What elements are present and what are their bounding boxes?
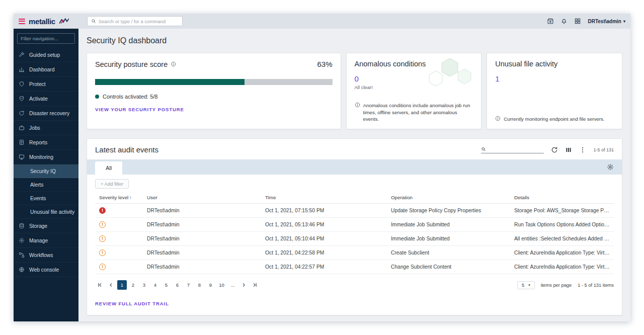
main-content: Security IQ dashboard Security posture s… [78,29,630,321]
sidebar-item-reports[interactable]: Reports [14,135,78,150]
apps-grid-icon[interactable] [574,18,581,25]
first-page-button[interactable] [95,280,105,290]
sidebar-item-manage[interactable]: Manage [14,233,78,248]
sidebar-item-monitoring[interactable]: Monitoring [14,150,78,164]
tab-all[interactable]: All [95,161,122,175]
page-button[interactable]: 5 [162,280,171,290]
table-row[interactable]: DRTest\admin Oct 1, 2021, 04:22:57 PM Ch… [95,260,614,274]
table-search-input[interactable] [488,146,544,152]
pagination: 1 2 3 4 5 6 7 8 9 10 ... [87,274,622,290]
view-security-posture-link[interactable]: VIEW YOUR SECURITY POSTURE [95,107,184,112]
page-button[interactable]: 4 [150,280,160,290]
page-button[interactable]: 1 [117,280,127,290]
logo: metallic [29,17,55,26]
pagination-right: 5 ▾ items per page 1 - 5 of 131 items [517,281,614,289]
gear-icon [19,237,25,243]
recovery-refresh-icon [19,110,25,116]
table-row[interactable]: DRTest\admin Oct 1, 2021, 04:22:58 PM Cr… [95,246,614,260]
info-icon[interactable] [171,61,176,67]
anomalous-card-title: Anomalous conditions [355,60,473,68]
database-icon [19,223,25,229]
sidebar-item-protect[interactable]: Protect [14,77,78,92]
shield-icon [19,81,25,87]
items-per-page-label: items per page [541,283,572,288]
audit-table: Severity level↑ User Time Operation Deta… [95,192,614,274]
sidebar-item-alerts[interactable]: Alerts [14,178,78,192]
chevron-down-icon: ▾ [528,283,530,287]
brand: metallic [19,17,82,26]
chart-icon [19,66,25,72]
columns-icon[interactable] [565,146,572,153]
page-button[interactable]: 7 [184,280,193,290]
kebab-menu-icon[interactable] [579,146,586,153]
column-header-operation[interactable]: Operation [387,192,510,204]
sidebar-item-security-iq[interactable]: Security IQ [14,164,78,178]
last-page-button[interactable] [250,280,260,290]
anomalous-subtitle: All clear! [355,85,473,90]
unusual-card-title: Unusual file activity [495,60,614,68]
monitor-icon [19,154,25,160]
global-search [87,16,183,26]
table-row[interactable]: DRTest\admin Oct 1, 2021, 05:10:44 PM Im… [95,232,614,246]
severity-icon [99,207,106,214]
unusual-info: Currently monitoring endpoint and file s… [495,116,614,122]
notifications-bell-icon[interactable] [560,18,568,25]
sidebar-item-guided-setup[interactable]: Guided setup [14,48,78,62]
report-doc-icon [19,139,25,145]
sidebar-item-dashboard[interactable]: Dashboard [14,62,78,77]
page-ellipsis[interactable]: ... [228,280,237,290]
sidebar-filter-input[interactable] [17,33,75,44]
table-row[interactable]: DRTest\admin Oct 1, 2021, 05:13:46 PM Im… [95,218,614,232]
sidebar-item-unusual-file-activity[interactable]: Unusual file activity [14,205,78,219]
sidebar: Guided setup Dashboard Protect Activate … [14,29,78,321]
page-button[interactable]: 10 [217,280,226,290]
column-header-severity[interactable]: Severity level↑ [95,192,143,204]
menu-icon[interactable] [19,19,25,24]
page-button[interactable]: 2 [128,280,138,290]
audit-title: Latest audit events [95,145,158,154]
audit-range-label: 1-5 of 131 [593,147,614,152]
prev-page-button[interactable] [106,280,116,290]
sidebar-item-activate[interactable]: Activate [14,92,78,106]
items-per-page-select[interactable]: 5 ▾ [517,281,535,289]
topbar-actions: DRTest\admin ▾ [547,18,625,25]
topbar: metallic DRTest\admin ▾ [14,14,630,29]
column-header-user[interactable]: User [143,192,261,204]
add-filter-chip[interactable]: + Add filter [95,179,129,189]
table-row[interactable]: DRTest\admin Oct 1, 2021, 07:15:50 PM Up… [95,204,614,218]
review-full-audit-trail-link[interactable]: REVIEW FULL AUDIT TRAIL [95,301,169,306]
column-header-details[interactable]: Details [510,192,614,204]
column-header-time[interactable]: Time [261,192,387,204]
wrench-icon [19,52,25,58]
user-menu[interactable]: DRTest\admin ▾ [588,19,625,24]
page-button[interactable]: 8 [195,280,204,290]
sort-asc-icon: ↑ [129,195,132,200]
workflow-icon [19,252,25,258]
sidebar-item-events[interactable]: Events [14,192,78,205]
teal-dot-icon [95,95,99,99]
posture-progress-fill [95,79,245,85]
table-settings-gear-icon[interactable] [607,163,614,171]
anomalous-info: Anomalous conditions include anomalous j… [355,102,473,122]
shield-check-icon [19,96,25,102]
sidebar-item-workflows[interactable]: Workflows [14,248,78,263]
sidebar-item-jobs[interactable]: Jobs [14,121,78,135]
refresh-icon[interactable] [551,146,558,153]
sidebar-item-disaster-recovery[interactable]: Disaster recovery [14,106,78,121]
search-icon [481,146,486,152]
page-title: Security IQ dashboard [87,36,622,45]
page-button[interactable]: 3 [139,280,149,290]
global-search-input[interactable] [99,19,179,24]
unusual-count: 1 [495,74,614,83]
controls-activated: Controls activated: 5/8 [95,94,333,100]
backup-icon[interactable] [547,18,554,25]
posture-progress-bar [95,79,333,85]
anomalous-count: 0 [355,74,473,83]
next-page-button[interactable] [239,280,249,290]
page-button[interactable]: 6 [173,280,182,290]
posture-score-value: 63% [317,60,332,68]
sidebar-item-storage[interactable]: Storage [14,219,78,233]
latest-audit-events-card: Latest audit events [87,138,622,315]
page-button[interactable]: 9 [206,280,215,290]
sidebar-item-web-console[interactable]: Web console [14,263,78,277]
